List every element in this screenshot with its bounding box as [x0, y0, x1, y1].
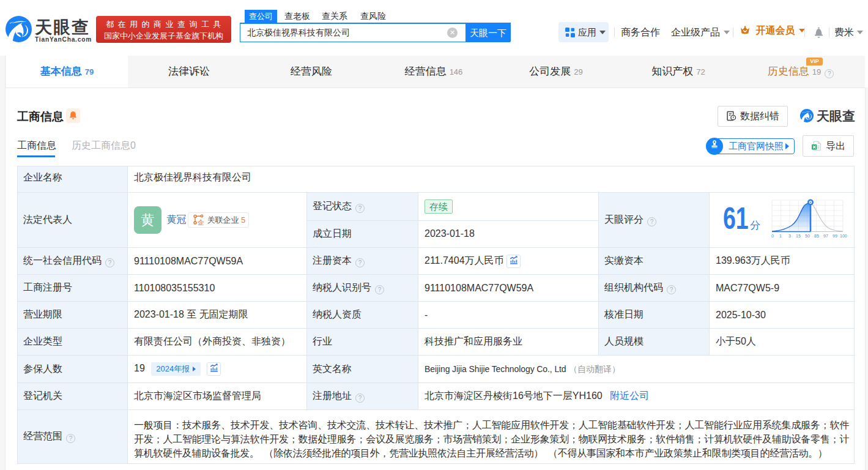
svg-text:97: 97	[823, 234, 828, 238]
svg-text:天眼查: 天眼查	[816, 109, 855, 122]
svg-text:0: 0	[771, 234, 774, 238]
svg-text:TianYanCha.com: TianYanCha.com	[35, 36, 92, 43]
svg-text:企: 企	[198, 218, 205, 225]
svg-text:天眼查: 天眼查	[34, 18, 90, 37]
svg-text:15: 15	[796, 234, 801, 238]
svg-text:99: 99	[833, 234, 837, 238]
svg-text:85: 85	[814, 234, 819, 238]
svg-text:50: 50	[805, 234, 810, 238]
svg-text:100: 100	[840, 234, 847, 238]
svg-text:1: 1	[779, 234, 782, 238]
svg-text:3: 3	[788, 234, 791, 238]
